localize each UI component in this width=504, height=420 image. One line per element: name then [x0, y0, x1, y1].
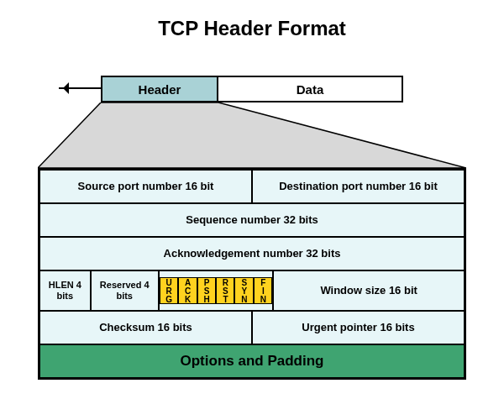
field-ack: Acknowledgement number 32 bits [39, 237, 465, 270]
flag-urg: URG [160, 277, 178, 304]
row-seq: Sequence number 32 bits [39, 203, 465, 237]
diagram-title: TCP Header Format [0, 0, 504, 40]
field-sequence: Sequence number 32 bits [39, 203, 465, 237]
field-options: Options and Padding [39, 344, 465, 378]
field-window: Window size 16 bit [273, 270, 465, 311]
field-dest-port: Destination port number 16 bit [252, 170, 465, 203]
flag-fin: FIN [254, 277, 272, 304]
field-hlen: HLEN 4 bits [39, 270, 91, 311]
row-flags: HLEN 4 bits Reserved 4 bits URG ACK PSH … [39, 270, 465, 311]
field-reserved: Reserved 4 bits [91, 270, 159, 311]
segment-bar: Header Data [101, 76, 403, 102]
flag-syn: SYN [234, 277, 253, 304]
field-source-port: Source port number 16 bit [39, 170, 252, 203]
flag-ack: ACK [178, 277, 197, 304]
flag-psh: PSH [197, 277, 216, 304]
flag-rst: RST [216, 277, 234, 304]
row-checksum: Checksum 16 bits Urgent pointer 16 bits [39, 311, 465, 344]
expansion-triangle [38, 102, 466, 168]
row-options: Options and Padding [39, 344, 465, 378]
field-checksum: Checksum 16 bits [39, 311, 252, 344]
field-flags-group: URG ACK PSH RST SYN FIN [159, 270, 274, 311]
arrow-left-icon [59, 87, 101, 89]
svg-marker-0 [38, 102, 466, 168]
row-ack: Acknowledgement number 32 bits [39, 237, 465, 270]
tcp-header-table: Source port number 16 bit Destination po… [38, 168, 466, 380]
segment-data-cell: Data [218, 76, 403, 102]
segment-header-cell: Header [101, 76, 218, 102]
row-ports: Source port number 16 bit Destination po… [39, 170, 465, 203]
field-urgent: Urgent pointer 16 bits [252, 311, 465, 344]
